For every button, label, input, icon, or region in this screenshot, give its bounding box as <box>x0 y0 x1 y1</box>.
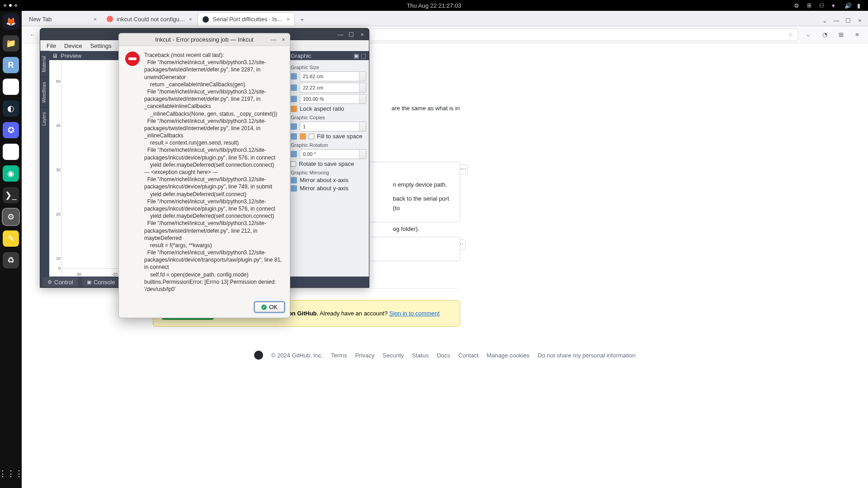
close-icon[interactable]: × <box>93 16 97 23</box>
tab-serial-port[interactable]: Serial Port difficulties · Is… × <box>198 12 295 26</box>
slack-launcher[interactable]: ✳ <box>3 144 19 160</box>
tab-console[interactable]: ▣ Console <box>82 277 120 286</box>
ubuntu-dock: 🦊 📁 R RR ◐ ✪ ✳ ◉ ❯_ ⚙ ✎ ♻ ⋮⋮⋮ <box>0 11 22 488</box>
rotation-icon <box>291 151 297 157</box>
vertical-tab-bar: Material Weedlines Layers <box>40 51 49 277</box>
menu-file[interactable]: File <box>43 42 60 50</box>
dialog-title: Inkcut - Error processing job — Inkcut <box>155 36 253 43</box>
fill-label: Fill to save space <box>317 133 362 140</box>
clock[interactable]: Thu Aug 22 21:27:03 <box>407 2 462 9</box>
tab-control[interactable]: ⚙ Control <box>43 277 78 286</box>
vtab-material[interactable]: Material <box>40 51 49 77</box>
trash-launcher[interactable]: ♻ <box>3 252 19 268</box>
width-input[interactable]: 21.62 cm <box>300 71 366 81</box>
copies-icon <box>291 123 297 130</box>
files-launcher[interactable]: 📁 <box>3 35 19 52</box>
check-icon: ✓ <box>261 305 267 310</box>
tab-label: New Tab <box>29 16 52 23</box>
footer-link[interactable]: Do not share my personal information <box>538 352 636 359</box>
close-button[interactable]: × <box>279 36 288 44</box>
gnome-topbar: Thu Aug 22 21:27:03 ⚙ ⛨ ⚇ ▾ 🔊 ▮ <box>0 0 868 11</box>
scale-icon <box>291 96 297 102</box>
rotate-save-label: Rotate to save space <box>299 160 354 167</box>
menu-settings[interactable]: Settings <box>87 42 115 50</box>
copies-input[interactable]: 1 <box>300 122 366 131</box>
tab-new[interactable]: New Tab × <box>24 12 101 26</box>
text-editor-launcher[interactable]: ✎ <box>3 230 19 247</box>
height-icon <box>291 84 297 91</box>
scale-input[interactable]: 100.00 % <box>300 94 366 104</box>
close-button[interactable]: × <box>357 30 367 39</box>
terminal-launcher[interactable]: ❯_ <box>3 187 19 203</box>
rstudio-launcher[interactable]: R <box>3 57 19 73</box>
vtab-weedlines[interactable]: Weedlines <box>40 77 49 108</box>
back-button[interactable]: ← <box>26 28 39 41</box>
account-icon[interactable]: ◔ <box>818 28 831 41</box>
extensions-icon[interactable]: ⊞ <box>835 28 847 41</box>
minimize-button[interactable]: — <box>335 30 345 39</box>
hamburger-menu[interactable]: ≡ <box>851 28 863 41</box>
discord-launcher[interactable]: ✪ <box>3 122 19 138</box>
extension-icon[interactable]: ⚙ <box>794 2 800 9</box>
close-button[interactable]: × <box>854 15 865 26</box>
volume-icon[interactable]: 🔊 <box>844 2 851 9</box>
panel-title: Graphic <box>291 52 311 59</box>
close-icon[interactable]: × <box>189 16 193 23</box>
footer-link[interactable]: Privacy <box>355 352 375 359</box>
firefox-launcher[interactable]: 🦊 <box>3 14 19 30</box>
settings-launcher[interactable]: ⚙ <box>3 209 19 225</box>
signup-text2: . Already have an account? <box>317 310 389 317</box>
github-logo-icon <box>254 351 263 360</box>
accessibility-icon[interactable]: ⚇ <box>819 2 826 9</box>
fill-checkbox[interactable] <box>309 134 314 139</box>
list-tabs-button[interactable]: ⌄ <box>819 15 830 26</box>
maximize-button[interactable]: ☐ <box>346 30 356 39</box>
pocket-icon[interactable]: ⌵ <box>802 28 815 41</box>
footer-copyright: © 2024 GitHub, Inc. <box>271 352 323 359</box>
footer-link[interactable]: Security <box>382 352 404 359</box>
close-icon[interactable]: × <box>286 16 290 23</box>
lock-icon <box>291 106 297 112</box>
wifi-icon[interactable]: ▾ <box>832 2 838 9</box>
comment-fragment: back to the serial port (to <box>393 194 454 213</box>
minimize-button[interactable]: — <box>831 15 842 26</box>
footer-link[interactable]: Contact <box>458 352 479 359</box>
steam-launcher[interactable]: ◐ <box>3 100 19 117</box>
height-input[interactable]: 22.22 cm <box>300 83 366 93</box>
rotation-input[interactable]: 0.00 ° <box>300 149 366 159</box>
bookmark-star-icon[interactable]: ☆ <box>788 31 793 38</box>
rotate-save-checkbox[interactable] <box>291 161 296 167</box>
ok-button[interactable]: ✓ OK <box>255 302 284 312</box>
comment-fragment: n empty device path. <box>393 180 454 190</box>
signin-link[interactable]: Sign in to comment <box>389 310 439 317</box>
panel-pin-icon[interactable]: ▣ ⬚ <box>354 52 366 59</box>
lock-aspect-label[interactable]: Lock aspect ratio <box>300 105 344 112</box>
mirror-x-label[interactable]: Mirror about x-axis <box>300 177 349 183</box>
mirror-y-label[interactable]: Mirror about y-axis <box>300 185 349 192</box>
tab-strip: New Tab × inkcut Could not configu… × Se… <box>22 11 868 26</box>
error-icon <box>125 52 140 66</box>
grid2-icon <box>300 133 306 140</box>
show-applications[interactable]: ⋮⋮⋮ <box>3 465 19 482</box>
tab-inkcut-issue[interactable]: inkcut Could not configu… × <box>102 12 197 26</box>
dialog-titlebar[interactable]: Inkcut - Error processing job — Inkcut —… <box>119 33 290 46</box>
error-dialog: Inkcut - Error processing job — Inkcut —… <box>118 33 290 318</box>
footer-link[interactable]: Status <box>412 352 429 359</box>
footer-link[interactable]: Manage cookies <box>487 352 530 359</box>
shield-icon[interactable]: ⛨ <box>807 2 813 9</box>
menu-device[interactable]: Device <box>61 42 86 50</box>
element-launcher[interactable]: ◉ <box>3 165 19 182</box>
error-text: Traceback (most recent call last): File … <box>144 52 283 293</box>
activities-indicator[interactable] <box>4 4 17 7</box>
battery-icon[interactable]: ▮ <box>857 2 863 9</box>
new-tab-button[interactable]: + <box>296 13 308 26</box>
maximize-button[interactable]: ☐ <box>843 15 854 26</box>
vtab-layers[interactable]: Layers <box>40 107 49 130</box>
minimize-button[interactable]: — <box>269 36 278 44</box>
monitor-icon: 🖥 <box>52 52 58 59</box>
rustrover-launcher[interactable]: RR <box>3 79 19 95</box>
footer-link[interactable]: Docs <box>437 352 450 359</box>
footer-link[interactable]: Terms <box>331 352 347 359</box>
tab-label: Serial Port difficulties · Is… <box>212 16 283 23</box>
ok-label: OK <box>269 304 278 310</box>
